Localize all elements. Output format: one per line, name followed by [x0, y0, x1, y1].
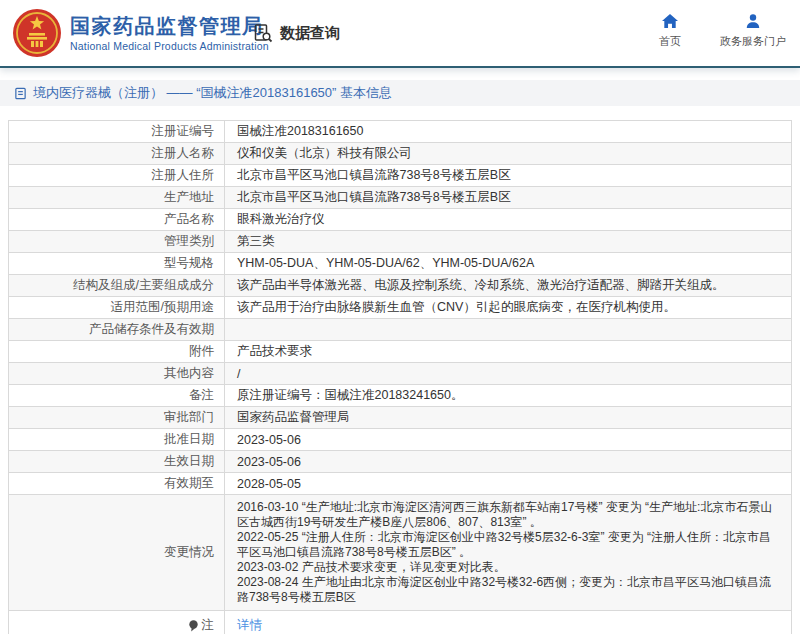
- row-label: 型号规格: [9, 253, 225, 274]
- row-value: 产品技术要求: [225, 341, 791, 362]
- row-value: 第三类: [225, 231, 791, 252]
- row-label: 管理类别: [9, 231, 225, 252]
- user-icon: [744, 13, 762, 29]
- row-value: 国械注准20183161650: [225, 121, 791, 142]
- top-nav: 首页 政务服务门户: [650, 13, 786, 49]
- row-value: [225, 319, 791, 340]
- table-row: 结构及组成/主要组成成分该产品由半导体激光器、电源及控制系统、冷却系统、激光治疗…: [9, 275, 791, 297]
- row-value: 眼科激光治疗仪: [225, 209, 791, 230]
- tab-data-query-label: 数据查询: [280, 24, 340, 43]
- table-row: 其他内容/: [9, 363, 791, 385]
- row-value: /: [225, 363, 791, 384]
- row-value: 仪和仪美（北京）科技有限公司: [225, 143, 791, 164]
- national-emblem-icon: [12, 8, 62, 58]
- nav-item-home-label: 首页: [659, 34, 681, 49]
- row-value: 2023-05-06: [225, 429, 791, 450]
- table-row: 型号规格YHM-05-DUA、YHM-05-DUA/62、YHM-05-DUA/…: [9, 253, 791, 275]
- row-label: 生产地址: [9, 187, 225, 208]
- row-value: YHM-05-DUA、YHM-05-DUA/62、YHM-05-DUA/62A: [225, 253, 791, 274]
- table-row: 产品储存条件及有效期: [9, 319, 791, 341]
- row-value: 详情: [225, 611, 791, 634]
- table-row: 备注原注册证编号：国械注准20183241650。: [9, 385, 791, 407]
- row-label: 生效日期: [9, 451, 225, 472]
- change-history-value: 2016-03-10 “生产地址:北京市海淀区清河西三旗东新都车站南17号楼” …: [225, 495, 791, 610]
- table-row: 有效期至2028-05-05: [9, 473, 791, 495]
- table-row: 注册人住所北京市昌平区马池口镇昌流路738号8号楼五层B区: [9, 165, 791, 187]
- row-label: 注: [9, 611, 225, 634]
- table-row-change-history: 变更情况 2016-03-10 “生产地址:北京市海淀区清河西三旗东新都车站南1…: [9, 495, 791, 611]
- note-label: 注: [202, 617, 215, 634]
- site-header: 国家药品监督管理局 National Medical Products Admi…: [0, 0, 800, 68]
- row-value: 2028-05-05: [225, 473, 791, 494]
- row-value: 国家药品监督管理局: [225, 407, 791, 428]
- row-value: 原注册证编号：国械注准20183241650。: [225, 385, 791, 406]
- tab-data-query[interactable]: 数据查询: [253, 23, 340, 43]
- row-label: 注册人住所: [9, 165, 225, 186]
- table-row: 注册人名称仪和仪美（北京）科技有限公司: [9, 143, 791, 165]
- row-value: 该产品用于治疗由脉络膜新生血管（CNV）引起的眼底病变，在医疗机构使用。: [225, 297, 791, 318]
- table-row-note: 注 详情: [9, 611, 791, 634]
- row-value: 2023-05-06: [225, 451, 791, 472]
- table-row: 生产地址北京市昌平区马池口镇昌流路738号8号楼五层B区: [9, 187, 791, 209]
- row-value: 北京市昌平区马池口镇昌流路738号8号楼五层B区: [225, 165, 791, 186]
- breadcrumb: 境内医疗器械（注册） —— “国械注准20183161650” 基本信息: [0, 80, 800, 106]
- row-label: 变更情况: [9, 495, 225, 610]
- table-row: 产品名称眼科激光治疗仪: [9, 209, 791, 231]
- nmpa-logo[interactable]: 国家药品监督管理局 National Medical Products Admi…: [12, 8, 269, 58]
- site-subtitle: National Medical Products Administration: [70, 40, 269, 52]
- row-label: 审批部门: [9, 407, 225, 428]
- registration-info-table: 注册证编号国械注准20183161650 注册人名称仪和仪美（北京）科技有限公司…: [8, 120, 792, 634]
- nav-item-gov-portal[interactable]: 政务服务门户: [720, 13, 786, 49]
- row-label: 结构及组成/主要组成成分: [9, 275, 225, 296]
- table-row: 审批部门国家药品监督管理局: [9, 407, 791, 429]
- row-label: 注册证编号: [9, 121, 225, 142]
- nav-item-home[interactable]: 首页: [650, 13, 690, 49]
- home-icon: [661, 13, 679, 29]
- row-value: 该产品由半导体激光器、电源及控制系统、冷却系统、激光治疗适配器、脚踏开关组成。: [225, 275, 791, 296]
- document-search-icon: [253, 23, 273, 43]
- table-row: 生效日期2023-05-06: [9, 451, 791, 473]
- table-row: 管理类别第三类: [9, 231, 791, 253]
- table-row: 附件产品技术要求: [9, 341, 791, 363]
- table-row: 注册证编号国械注准20183161650: [9, 121, 791, 143]
- row-label: 备注: [9, 385, 225, 406]
- document-icon: [14, 87, 27, 100]
- row-label: 附件: [9, 341, 225, 362]
- row-label: 注册人名称: [9, 143, 225, 164]
- breadcrumb-text: 境内医疗器械（注册） —— “国械注准20183161650” 基本信息: [33, 84, 392, 102]
- row-label: 产品储存条件及有效期: [9, 319, 225, 340]
- row-value: 北京市昌平区马池口镇昌流路738号8号楼五层B区: [225, 187, 791, 208]
- details-link[interactable]: 详情: [237, 617, 262, 634]
- row-label: 有效期至: [9, 473, 225, 494]
- note-icon: [188, 620, 199, 632]
- nav-item-gov-portal-label: 政务服务门户: [720, 34, 786, 49]
- row-label: 其他内容: [9, 363, 225, 384]
- table-row: 批准日期2023-05-06: [9, 429, 791, 451]
- table-row: 适用范围/预期用途该产品用于治疗由脉络膜新生血管（CNV）引起的眼底病变，在医疗…: [9, 297, 791, 319]
- row-label: 产品名称: [9, 209, 225, 230]
- site-title: 国家药品监督管理局: [70, 14, 269, 38]
- row-label: 批准日期: [9, 429, 225, 450]
- row-label: 适用范围/预期用途: [9, 297, 225, 318]
